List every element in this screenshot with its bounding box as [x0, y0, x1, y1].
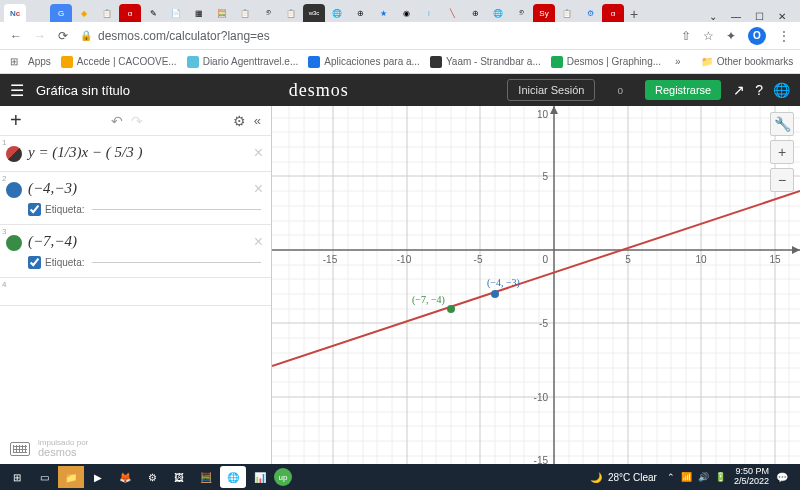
taskbar-app[interactable]: 📊	[247, 466, 273, 488]
bookmark-item[interactable]: Desmos | Graphing...	[551, 56, 661, 68]
notifications-icon[interactable]: 💬	[769, 466, 795, 488]
taskbar-app[interactable]: 📁	[58, 466, 84, 488]
taskbar-app[interactable]: ⚙	[139, 466, 165, 488]
tab[interactable]: ⊕	[349, 4, 371, 22]
point-color-icon[interactable]	[6, 235, 22, 251]
delete-expr-icon[interactable]: ×	[254, 144, 263, 162]
tray-wifi-icon[interactable]: 📶	[681, 472, 692, 482]
tray-volume-icon[interactable]: 🔊	[698, 472, 709, 482]
tab[interactable]: ✎	[142, 4, 164, 22]
label-checkbox[interactable]	[28, 256, 41, 269]
settings-icon[interactable]: ⚙	[233, 113, 246, 129]
label-checkbox[interactable]	[28, 203, 41, 216]
bookmarks-more[interactable]: »	[675, 56, 681, 67]
delete-expr-icon[interactable]: ×	[254, 233, 263, 251]
tab[interactable]: 📄	[165, 4, 187, 22]
apps-icon[interactable]: ⊞	[10, 56, 18, 67]
zoom-in-button[interactable]: +	[770, 140, 794, 164]
plot-point-green[interactable]	[447, 305, 455, 313]
menu-icon[interactable]: ⋮	[778, 29, 790, 43]
hamburger-icon[interactable]: ☰	[10, 81, 24, 100]
start-button[interactable]: ⊞	[4, 466, 30, 488]
taskbar-app[interactable]: 🖼	[166, 466, 192, 488]
expression-row[interactable]: 2 × (−4,−3) Etiqueta:	[0, 172, 271, 225]
graph-title[interactable]: Gráfica sin título	[36, 83, 130, 98]
tab[interactable]: ⊕	[464, 4, 486, 22]
extensions-icon[interactable]: ✦	[726, 29, 736, 43]
language-icon[interactable]: 🌐	[773, 82, 790, 98]
tab[interactable]: 🌐	[487, 4, 509, 22]
expr-formula[interactable]: y = (1/3)x − ( 5/3 )	[28, 144, 261, 161]
tab[interactable]: Sy	[533, 4, 555, 22]
share-graph-icon[interactable]: ↗	[733, 82, 745, 98]
taskbar-chrome[interactable]: 🌐	[220, 466, 246, 488]
taskbar-app[interactable]: up	[274, 468, 292, 486]
bookmark-item[interactable]: Diario Agenttravel.e...	[187, 56, 299, 68]
expr-formula[interactable]: (−7,−4)	[28, 233, 261, 250]
window-minimize-icon[interactable]: —	[731, 11, 741, 22]
back-icon[interactable]: ←	[10, 29, 22, 43]
point-color-icon[interactable]	[6, 182, 22, 198]
bookmark-item[interactable]: Accede | CACOOVE...	[61, 56, 177, 68]
share-icon[interactable]: ⇧	[681, 29, 691, 43]
tab[interactable]: ▦	[188, 4, 210, 22]
tab[interactable]: ╲	[441, 4, 463, 22]
new-tab-button[interactable]: +	[625, 6, 643, 22]
tab[interactable]: G	[50, 4, 72, 22]
tab[interactable]: α	[119, 4, 141, 22]
redo-icon[interactable]: ↷	[131, 113, 143, 129]
taskbar-calculator[interactable]: 🧮	[193, 466, 219, 488]
collapse-sidebar-icon[interactable]: «	[254, 113, 261, 128]
other-bookmarks[interactable]: 📁Other bookmarks	[701, 56, 794, 67]
tab[interactable]: 📋	[280, 4, 302, 22]
weather-icon[interactable]: 🌙	[590, 472, 602, 483]
tab[interactable]: ◉	[395, 4, 417, 22]
tab[interactable]: ୭	[257, 4, 279, 22]
graph-canvas[interactable]: -15-10-5051015 5-5-10-15 10 (−4, −3) (−7…	[272, 106, 800, 464]
tab[interactable]: 📋	[234, 4, 256, 22]
tab[interactable]: l	[418, 4, 440, 22]
reload-icon[interactable]: ⟳	[58, 29, 68, 43]
task-view-icon[interactable]: ▭	[31, 466, 57, 488]
system-clock[interactable]: 9:50 PM 2/5/2022	[734, 467, 769, 487]
weather-text[interactable]: 28°C Clear	[608, 472, 657, 483]
wrench-icon[interactable]: 🔧	[770, 112, 794, 136]
line-color-icon[interactable]	[6, 146, 22, 162]
tray-up-icon[interactable]: ⌃	[667, 472, 675, 482]
delete-expr-icon[interactable]: ×	[254, 180, 263, 198]
taskbar-firefox[interactable]: 🦊	[112, 466, 138, 488]
bookmark-apps[interactable]: Apps	[28, 56, 51, 67]
tab[interactable]: 🌐	[326, 4, 348, 22]
forward-icon[interactable]: →	[34, 29, 46, 43]
expr-formula[interactable]: (−4,−3)	[28, 180, 261, 197]
url-field[interactable]: 🔒 desmos.com/calculator?lang=es	[80, 29, 669, 43]
tab[interactable]: ★	[372, 4, 394, 22]
bookmark-item[interactable]: Aplicaciones para a...	[308, 56, 420, 68]
window-close-icon[interactable]: ✕	[778, 11, 786, 22]
expression-row[interactable]: 3 × (−7,−4) Etiqueta:	[0, 225, 271, 278]
tab[interactable]: w3c	[303, 4, 325, 22]
bookmark-star-icon[interactable]: ☆	[703, 29, 714, 43]
login-button[interactable]: Iniciar Sesión	[507, 79, 595, 101]
register-button[interactable]: Registrarse	[645, 80, 721, 100]
tab[interactable]: α	[602, 4, 624, 22]
tab[interactable]: 🧮	[211, 4, 233, 22]
zoom-out-button[interactable]: −	[770, 168, 794, 192]
tab[interactable]: ⚙	[579, 4, 601, 22]
tray-battery-icon[interactable]: 🔋	[715, 472, 726, 482]
undo-icon[interactable]: ↶	[111, 113, 123, 129]
add-expression-button[interactable]: +	[10, 109, 22, 132]
window-dropdown-icon[interactable]: ⌄	[709, 11, 717, 22]
tab[interactable]: 📋	[96, 4, 118, 22]
help-icon[interactable]: ?	[755, 82, 763, 98]
tab-current[interactable]: Nc	[4, 4, 26, 22]
tab[interactable]: 📋	[556, 4, 578, 22]
window-maximize-icon[interactable]: ☐	[755, 11, 764, 22]
keypad-toggle-icon[interactable]	[10, 442, 30, 456]
tab[interactable]: ◆	[73, 4, 95, 22]
expression-row[interactable]: 1 × y = (1/3)x − ( 5/3 )	[0, 136, 271, 172]
bookmark-item[interactable]: Yaam - Strandbar a...	[430, 56, 541, 68]
plot-point-blue[interactable]	[491, 290, 499, 298]
profile-avatar[interactable]: O	[748, 27, 766, 45]
expression-row-empty[interactable]: 4	[0, 278, 271, 306]
